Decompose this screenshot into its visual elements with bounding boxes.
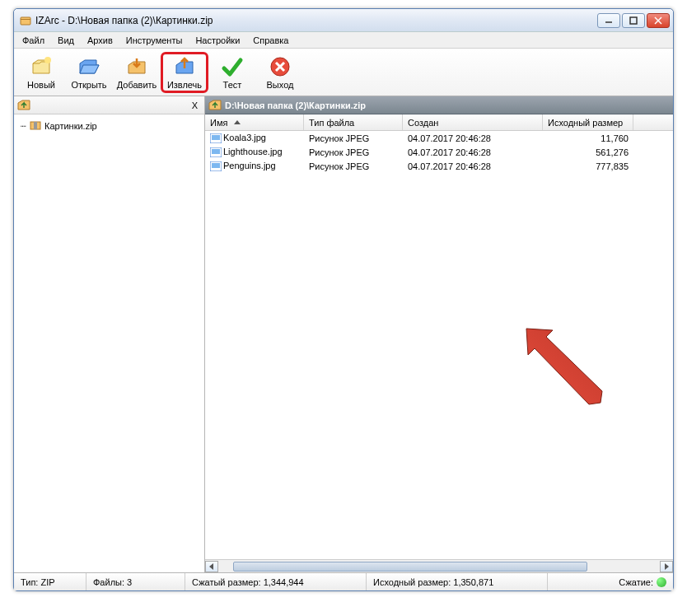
column-header-name[interactable]: Имя <box>205 114 304 130</box>
image-file-icon <box>210 147 222 157</box>
table-row[interactable]: Penguins.jpg Рисунок JPEG 04.07.2017 20:… <box>205 159 673 173</box>
svg-rect-0 <box>21 17 30 25</box>
menu-settings[interactable]: Настройки <box>189 34 246 47</box>
main-panel: D:\Новая папка (2)\Картинки.zip Имя Тип … <box>205 96 673 572</box>
svg-rect-15 <box>212 149 220 154</box>
extract-icon <box>173 55 196 78</box>
svg-rect-17 <box>212 163 220 168</box>
toolbar-extract-label: Извлечь <box>167 80 202 90</box>
toolbar-test-button[interactable]: Тест <box>208 52 256 93</box>
annotation-arrow <box>518 320 609 411</box>
column-header-created[interactable]: Создан <box>403 114 543 130</box>
table-row[interactable]: Lighthouse.jpg Рисунок JPEG 04.07.2017 2… <box>205 145 673 159</box>
column-header-size[interactable]: Исходный размер <box>543 114 633 130</box>
window-controls <box>597 13 670 28</box>
sidebar-header: X <box>14 96 204 114</box>
table-row[interactable]: Koala3.jpg Рисунок JPEG 04.07.2017 20:46… <box>205 131 673 145</box>
status-type: Тип: ZIP <box>14 573 86 590</box>
svg-rect-3 <box>630 17 637 24</box>
scroll-left-button[interactable] <box>205 561 218 572</box>
toolbar-new-button[interactable]: Новый <box>17 52 65 93</box>
body: X ┈ Картинки.zip D:\Новая папка (2)\Карт… <box>14 96 673 572</box>
tree-item-label: Картинки.zip <box>44 121 97 131</box>
path-bar: D:\Новая папка (2)\Картинки.zip <box>205 96 673 114</box>
toolbar-test-label: Тест <box>223 80 242 90</box>
scroll-thumb[interactable] <box>233 562 587 572</box>
close-button[interactable] <box>647 13 670 28</box>
svg-rect-13 <box>212 135 220 140</box>
minimize-button[interactable] <box>597 13 620 28</box>
status-ratio: Сжатие: <box>548 573 673 590</box>
file-list[interactable]: Koala3.jpg Рисунок JPEG 04.07.2017 20:46… <box>205 131 673 559</box>
titlebar[interactable]: IZArc - D:\Новая папка (2)\Картинки.zip <box>14 9 673 32</box>
menubar: Файл Вид Архив Инструменты Настройки Спр… <box>14 32 673 49</box>
test-icon <box>221 55 244 78</box>
toolbar-add-label: Добавить <box>117 80 157 90</box>
tree-item[interactable]: ┈ Картинки.zip <box>21 119 198 133</box>
application-window: IZArc - D:\Новая папка (2)\Картинки.zip … <box>13 8 674 591</box>
toolbar: Новый Открыть Добавить Извлечь Тест Выхо… <box>14 49 673 96</box>
svg-rect-11 <box>34 122 37 129</box>
toolbar-open-button[interactable]: Открыть <box>65 52 113 93</box>
tree-connector: ┈ <box>21 121 26 132</box>
menu-file[interactable]: Файл <box>16 34 51 47</box>
image-file-icon <box>210 133 222 143</box>
toolbar-exit-button[interactable]: Выход <box>256 52 304 93</box>
menu-view[interactable]: Вид <box>51 34 81 47</box>
tree-view[interactable]: ┈ Картинки.zip <box>14 114 204 572</box>
archive-icon <box>30 120 41 132</box>
svg-marker-18 <box>526 329 602 404</box>
maximize-button[interactable] <box>622 13 645 28</box>
sidebar-close-button[interactable]: X <box>189 100 201 110</box>
toolbar-open-label: Открыть <box>71 80 106 90</box>
column-header-type[interactable]: Тип файла <box>304 114 403 130</box>
add-icon <box>125 55 148 78</box>
statusbar: Тип: ZIP Файлы: 3 Сжатый размер: 1,344,9… <box>14 572 673 590</box>
menu-help[interactable]: Справка <box>246 34 295 47</box>
sort-ascending-icon <box>234 120 241 124</box>
svg-point-6 <box>44 57 51 63</box>
sidebar: X ┈ Картинки.zip <box>14 96 205 572</box>
column-headers: Имя Тип файла Создан Исходный размер <box>205 114 673 131</box>
menu-tools[interactable]: Инструменты <box>119 34 189 47</box>
window-title: IZArc - D:\Новая папка (2)\Картинки.zip <box>35 15 597 26</box>
status-files: Файлы: 3 <box>86 573 185 590</box>
toolbar-new-label: Новый <box>27 80 55 90</box>
path-text: D:\Новая папка (2)\Картинки.zip <box>225 100 366 110</box>
folder-up-icon[interactable] <box>208 99 222 112</box>
svg-rect-1 <box>21 19 30 20</box>
toolbar-exit-label: Выход <box>267 80 294 90</box>
status-compressed: Сжатый размер: 1,344,944 <box>185 573 367 590</box>
toolbar-extract-button[interactable]: Извлечь <box>161 52 208 93</box>
image-file-icon <box>210 161 222 171</box>
open-icon <box>77 55 100 78</box>
menu-archive[interactable]: Архив <box>81 34 119 47</box>
horizontal-scrollbar[interactable] <box>205 559 673 572</box>
status-indicator-icon <box>657 577 666 587</box>
exit-icon <box>269 55 292 78</box>
folder-up-icon[interactable] <box>17 99 30 112</box>
scroll-right-button[interactable] <box>660 561 673 572</box>
new-icon <box>30 55 53 78</box>
toolbar-add-button[interactable]: Добавить <box>113 52 161 93</box>
status-original: Исходный размер: 1,350,871 <box>367 573 548 590</box>
app-icon <box>19 14 32 27</box>
